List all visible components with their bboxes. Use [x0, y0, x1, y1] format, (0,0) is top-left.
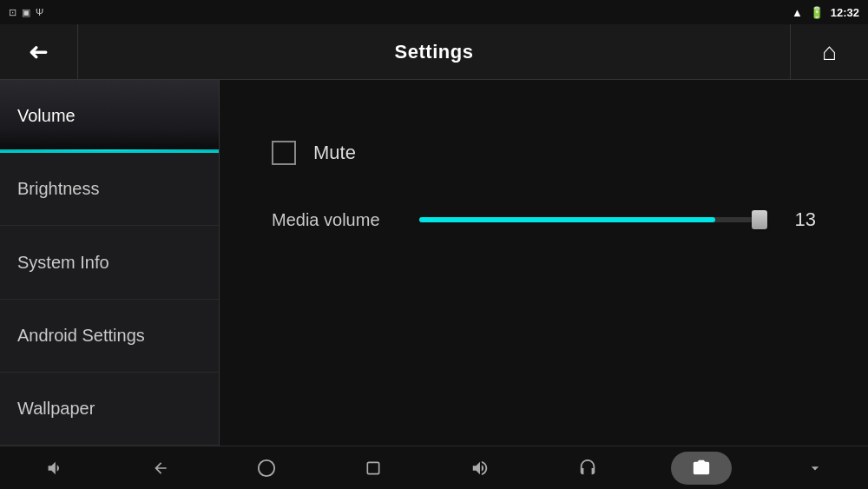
bottom-bar — [0, 446, 868, 489]
volume-row: Media volume 13 — [272, 208, 816, 231]
sidebar-label-volume: Volume — [17, 106, 76, 126]
mute-checkbox[interactable] — [272, 141, 296, 165]
camera-icon — [692, 459, 711, 478]
sidebar: Volume Brightness System Info Android Se… — [0, 80, 220, 446]
clock: 12:32 — [831, 6, 859, 19]
svg-rect-1 — [367, 462, 378, 473]
home-nav-button[interactable] — [243, 452, 290, 485]
headphone-button[interactable] — [564, 452, 611, 485]
status-icons-right: ▲ 🔋 12:32 — [792, 6, 859, 19]
battery-icon: 🔋 — [810, 6, 824, 19]
page-title: Settings — [78, 41, 790, 63]
volume-label: Media volume — [272, 210, 393, 230]
status-bar: ⊡ ▣ Ψ ▲ 🔋 12:32 — [0, 0, 868, 24]
recent-apps-icon — [365, 459, 382, 477]
sidebar-item-volume[interactable]: Volume — [0, 80, 219, 153]
volume-up-button[interactable] — [457, 452, 503, 485]
mute-label: Mute — [313, 142, 356, 164]
volume-down-icon — [44, 459, 63, 478]
chevron-down-button[interactable] — [792, 453, 838, 484]
main-layout: Volume Brightness System Info Android Se… — [0, 80, 868, 446]
sidebar-item-system-info[interactable]: System Info — [0, 226, 219, 299]
chevron-down-icon — [806, 459, 824, 477]
status-icon-2: ▣ — [22, 7, 30, 18]
volume-down-button[interactable] — [30, 452, 77, 485]
slider-thumb[interactable] — [752, 210, 767, 229]
content-area: Mute Media volume 13 — [220, 80, 868, 446]
svg-point-0 — [259, 459, 274, 475]
sidebar-item-android-settings[interactable]: Android Settings — [0, 300, 219, 373]
recent-apps-button[interactable] — [351, 453, 396, 484]
sidebar-label-android-settings: Android Settings — [17, 326, 145, 346]
status-icons-left: ⊡ ▣ Ψ — [9, 7, 43, 18]
sidebar-label-wallpaper: Wallpaper — [17, 399, 95, 419]
volume-up-icon — [470, 459, 490, 478]
sidebar-label-system-info: System Info — [17, 253, 109, 273]
sidebar-item-brightness[interactable]: Brightness — [0, 153, 219, 226]
top-bar: ➜ Settings ⌂ — [0, 24, 868, 80]
volume-slider[interactable] — [419, 215, 760, 225]
back-nav-icon — [152, 459, 169, 477]
status-icon-3: Ψ — [36, 7, 43, 17]
camera-button[interactable] — [671, 452, 732, 485]
volume-value: 13 — [786, 208, 816, 231]
status-icon-1: ⊡ — [9, 7, 16, 18]
back-nav-button[interactable] — [138, 453, 183, 484]
sidebar-label-brightness: Brightness — [17, 179, 100, 199]
home-circle-icon — [257, 459, 276, 478]
headphone-icon — [578, 459, 597, 478]
home-button[interactable]: ⌂ — [790, 24, 868, 79]
home-icon: ⌂ — [822, 38, 837, 66]
back-arrow-icon: ➜ — [29, 37, 49, 66]
wifi-icon: ▲ — [792, 6, 803, 19]
slider-fill — [419, 217, 715, 222]
sidebar-item-wallpaper[interactable]: Wallpaper — [0, 373, 219, 446]
back-button[interactable]: ➜ — [0, 24, 78, 79]
slider-track — [419, 217, 760, 222]
mute-row: Mute — [272, 141, 816, 165]
